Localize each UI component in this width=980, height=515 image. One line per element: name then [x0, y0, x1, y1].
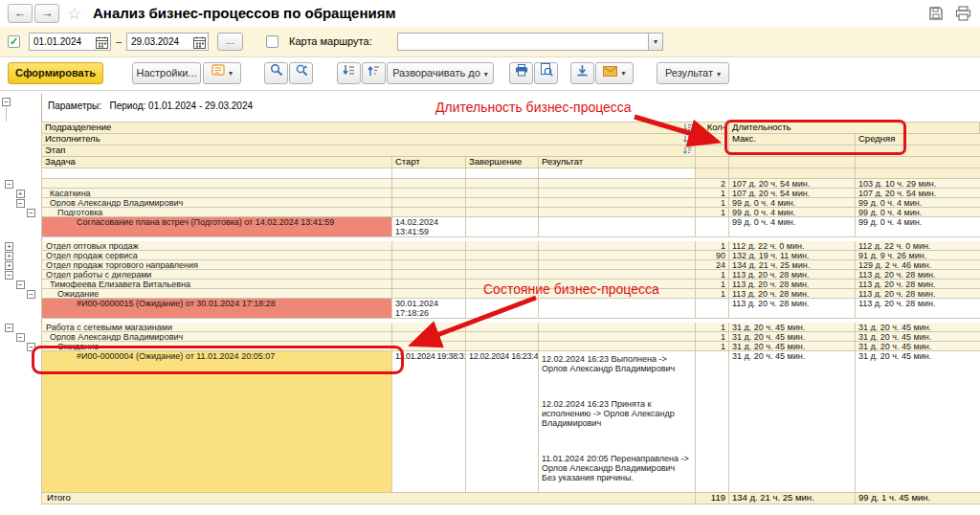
route-map-label: Карта маршрута: — [289, 35, 372, 47]
period-more-button[interactable]: ... — [217, 33, 243, 51]
column-header-avg[interactable]: Средняя — [856, 134, 980, 146]
generate-button[interactable]: Сформировать — [8, 62, 103, 84]
gutter — [0, 122, 41, 134]
save-icon[interactable] — [928, 6, 944, 25]
finish-cell — [466, 323, 539, 332]
column-header-task[interactable]: Задача — [41, 157, 392, 168]
gutter — [0, 168, 41, 179]
group-name-cell[interactable]: Орлов Александр Владимирович — [41, 332, 392, 342]
column-header-group1[interactable]: Подразделение — [41, 122, 696, 134]
group-name-cell[interactable]: Ожидание — [41, 342, 392, 351]
expand-to-label: Разворачивать до — [392, 67, 480, 78]
group-name-cell[interactable]: Отдел продаж сервиса — [41, 251, 392, 260]
favorite-star-icon[interactable]: ☆ — [67, 4, 81, 24]
column-header-finish[interactable]: Завершение — [466, 157, 539, 168]
calendar-icon[interactable] — [96, 35, 108, 53]
sort-icon[interactable] — [683, 135, 692, 146]
expander-minus-icon[interactable]: − — [5, 324, 13, 332]
table-row: −Отдел работы с дилерами1113 д. 20 ч. 28… — [0, 270, 980, 280]
task-name-cell[interactable]: Согласование плана встреч (Подготовка) о… — [41, 217, 392, 237]
expander-plus-icon[interactable]: + — [16, 190, 25, 198]
avg-duration-cell: 129 д. 2 ч. 46 мин. — [856, 260, 980, 270]
report-variants-button[interactable]: ▾ — [203, 62, 241, 84]
settings-button[interactable]: Настройки... — [132, 62, 201, 84]
calendar-icon[interactable] — [193, 35, 206, 53]
column-header-max[interactable]: Макс. — [729, 134, 856, 146]
header-empty-cell — [856, 157, 980, 168]
forward-button[interactable]: → — [34, 4, 59, 23]
column-header-start[interactable]: Старт — [392, 157, 466, 168]
group-name-cell[interactable]: Ожидание — [41, 289, 392, 299]
start-cell: 14.02.2024 13:41:59 — [392, 217, 466, 237]
expander-minus-icon[interactable]: − — [16, 333, 25, 342]
start-cell — [392, 241, 466, 251]
column-header-group2[interactable]: Исполнитель — [41, 134, 696, 146]
sort-icon[interactable] — [683, 146, 692, 157]
row-gutter: + — [0, 189, 41, 198]
check-icon: ✓ — [10, 35, 18, 47]
column-header-group3[interactable]: Этап — [41, 146, 696, 157]
group-name-cell[interactable] — [41, 179, 392, 189]
row-gutter: − — [0, 208, 41, 217]
expander-plus-icon[interactable]: + — [5, 261, 13, 270]
table-row: #И00-0000015 (Ожидание) от 30.01.2024 17… — [0, 299, 980, 319]
print-icon[interactable] — [955, 6, 971, 25]
expander-minus-icon[interactable]: − — [27, 290, 35, 299]
printer-icon — [515, 63, 528, 83]
expander-plus-icon[interactable]: + — [5, 252, 13, 260]
expander-minus-icon[interactable]: − — [16, 280, 25, 289]
column-header-count[interactable]: Кол-во — [696, 122, 729, 134]
expander-minus-icon[interactable]: − — [5, 180, 13, 189]
send-mail-button[interactable]: ▾ — [595, 62, 634, 84]
expander-plus-icon[interactable]: + — [5, 242, 13, 251]
avg-duration-cell: 113 д. 20 ч. 28 мин. — [856, 280, 980, 289]
group-name-cell[interactable]: Орлов Александр Владимирович — [41, 198, 392, 208]
table-row: +Отдел продаж сервиса90132 д. 19 ч. 11 м… — [0, 251, 980, 260]
find-button[interactable] — [264, 62, 288, 84]
print-button[interactable] — [509, 62, 533, 84]
result-cell — [539, 332, 696, 342]
expander-minus-icon[interactable]: − — [27, 343, 35, 351]
route-map-input[interactable] — [397, 33, 649, 51]
group-name-cell[interactable]: Отдел продаж торгового направления — [41, 260, 392, 270]
find-next-button[interactable] — [289, 62, 313, 84]
column-header-duration[interactable]: Длительность — [729, 122, 980, 134]
total-row: Итого 119 134 д. 21 ч. 25 мин. 99 д. 1 ч… — [0, 493, 980, 504]
print-preview-button[interactable] — [534, 62, 558, 84]
collapse-groups-button[interactable] — [362, 62, 386, 84]
collapse-all-icon — [368, 63, 380, 83]
expand-groups-button[interactable] — [337, 62, 361, 84]
group-name-cell[interactable]: Отдел оптовых продаж — [41, 241, 392, 251]
total-count: 119 — [696, 493, 729, 504]
group-name-cell[interactable]: Подготовка — [41, 208, 392, 217]
back-button[interactable]: ← — [8, 4, 33, 23]
start-cell — [392, 332, 466, 342]
finish-cell — [466, 179, 539, 189]
total-avg: 99 д. 1 ч. 45 мин. — [856, 493, 980, 504]
chevron-down-icon: ▾ — [621, 63, 625, 83]
column-header-result[interactable]: Результат — [539, 157, 696, 168]
expander-minus-icon[interactable]: − — [2, 98, 11, 106]
route-map-dropdown-button[interactable]: ▾ — [649, 33, 663, 51]
group-name-cell[interactable]: Работа с сетевыми магазинами — [41, 323, 392, 332]
route-map-checkbox[interactable] — [266, 35, 278, 48]
group-name-cell[interactable]: Отдел работы с дилерами — [41, 270, 392, 280]
task-name-cell[interactable]: #И00-0000004 (Ожидание) от 11.01.2024 20… — [41, 351, 392, 493]
header-empty-cell — [41, 168, 392, 179]
group-name-cell[interactable]: Тимофеева Елизавета Витальевна — [41, 280, 392, 289]
expand-to-button[interactable]: Разворачивать до▾ — [387, 62, 494, 84]
result-button[interactable]: Результат▾ — [657, 62, 729, 84]
avg-duration-cell: 99 д. 0 ч. 4 мин. — [856, 198, 980, 208]
period-checkbox[interactable]: ✓ — [8, 35, 20, 48]
task-name-cell[interactable]: #И00-0000015 (Ожидание) от 30.01.2024 17… — [41, 299, 392, 319]
expander-minus-icon[interactable]: − — [16, 199, 25, 208]
top-bar: ← → ☆ Анализ бизнес-процессов по обращен… — [0, 0, 980, 27]
expander-minus-icon[interactable]: − — [27, 209, 35, 217]
row-gutter — [0, 299, 41, 319]
start-cell — [392, 189, 466, 198]
sort-icon[interactable] — [683, 123, 692, 134]
expander-minus-icon[interactable]: − — [5, 271, 13, 280]
save-result-button[interactable] — [570, 62, 594, 84]
result-cell — [539, 189, 696, 198]
group-name-cell[interactable]: Касаткина — [41, 189, 392, 198]
